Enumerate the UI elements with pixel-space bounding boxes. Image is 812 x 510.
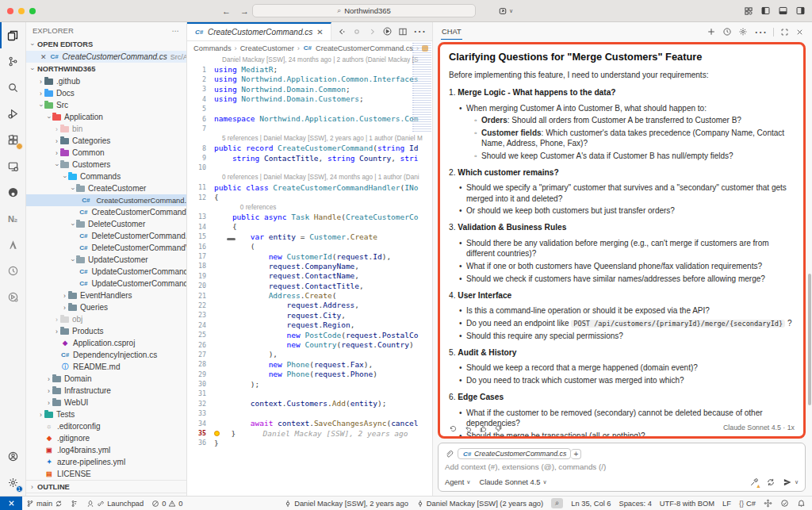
launchpad-status-item[interactable]: Launchpad xyxy=(82,500,147,508)
tree-file-item[interactable]: ☼.editorconfig xyxy=(26,420,186,432)
activity-search-icon[interactable] xyxy=(0,75,26,101)
sash-handle[interactable] xyxy=(227,238,236,240)
tree-folder-item[interactable]: ›CreateCustomer xyxy=(26,182,186,194)
codelens-annotation[interactable]: 5 references | Daniel Mackay [SSW], 2 ye… xyxy=(187,133,432,143)
tree-file-item[interactable]: ◆.gitignore xyxy=(26,432,186,444)
breadcrumbs[interactable]: Commands› CreateCustomer› C# CreateCusto… xyxy=(187,41,432,55)
codelens-annotation[interactable]: 0 references xyxy=(187,202,432,212)
tree-folder-item[interactable]: ›bin xyxy=(26,123,186,135)
tree-file-item[interactable]: C#DeleteCustomerCommandValid... xyxy=(26,242,186,254)
tree-file-item[interactable]: C#UpdateCustomerCommandVali... xyxy=(26,278,186,290)
breadcrumb-item[interactable]: CreateCustomer xyxy=(240,44,294,52)
toggle-panel-icon[interactable] xyxy=(778,6,788,16)
language-mode-item[interactable]: {}C# xyxy=(735,500,760,508)
chat-history-icon[interactable] xyxy=(722,27,732,36)
close-tab-icon[interactable]: ✕ xyxy=(316,28,323,36)
model-select[interactable]: Claude Sonnet 4.5∨ xyxy=(479,478,546,486)
nav-back-icon[interactable]: ← xyxy=(222,6,231,16)
tree-file-item[interactable]: ⓘREADME.md xyxy=(26,361,186,373)
activity-explorer-icon[interactable] xyxy=(0,22,26,48)
close-icon[interactable]: ✕ xyxy=(40,53,47,61)
tree-folder-item[interactable]: ›Tests xyxy=(26,408,186,420)
open-editors-section[interactable]: › OPEN EDITORS xyxy=(26,38,186,51)
activity-source-control-icon[interactable] xyxy=(0,48,26,75)
toggle-secondary-sidebar-icon[interactable] xyxy=(795,6,806,16)
activity-gitlens-icon[interactable] xyxy=(0,258,26,284)
notifications-icon[interactable] xyxy=(793,499,812,508)
encoding-item[interactable]: UTF-8 with BOM xyxy=(656,500,718,508)
tree-file-item[interactable]: ▣.log4brains.yml xyxy=(26,444,186,456)
chat-input-placeholder[interactable]: Add context (#), extensions (@), command… xyxy=(445,462,799,471)
tree-file-item[interactable]: C#DependencyInjection.cs xyxy=(26,349,186,361)
tree-folder-item[interactable]: ›.github xyxy=(26,75,186,87)
tree-folder-item[interactable]: ›WebUI xyxy=(26,397,186,408)
lightbulb-icon[interactable] xyxy=(214,431,220,436)
explorer-more-actions-icon[interactable]: ⋯ xyxy=(172,26,181,35)
tree-file-item[interactable]: ▤LICENSE xyxy=(26,468,186,480)
retry-icon[interactable] xyxy=(449,424,458,433)
tree-folder-item[interactable]: ›Commands xyxy=(26,171,186,182)
attach-context-icon[interactable] xyxy=(445,450,454,458)
gitlens-status-icon[interactable] xyxy=(67,500,82,508)
tree-file-item[interactable]: ◆Application.csproj xyxy=(26,337,186,349)
close-chat-icon[interactable] xyxy=(795,28,804,36)
blame-status-item[interactable]: Daniel Mackay [SSW], 2 years ago xyxy=(280,500,412,508)
undo-icon[interactable] xyxy=(464,424,473,433)
nav-forward-icon[interactable]: → xyxy=(240,6,249,16)
account-icon[interactable] xyxy=(0,443,26,470)
blame-annotation-item[interactable]: Daniel Mackay [SSW] (2 years ago) xyxy=(412,500,547,508)
outline-section[interactable]: › OUTLINE xyxy=(26,480,186,493)
tree-file-item[interactable]: C#CreateCustomerCommandValid... xyxy=(26,206,186,218)
agent-mode-select[interactable]: Agent∨ xyxy=(445,478,470,486)
tree-folder-item[interactable]: ›Customers xyxy=(26,159,186,171)
nav-forward-icon[interactable] xyxy=(352,27,362,36)
tree-file-item[interactable]: C#CreateCustomerCommand.cs xyxy=(26,194,186,206)
breadcrumb-item[interactable]: CreateCustomerCommand.cs xyxy=(316,44,413,52)
tools-icon[interactable]: ▲ xyxy=(749,477,759,487)
tree-folder-item[interactable]: ›Src xyxy=(26,99,186,111)
tree-folder-item[interactable]: ›UpdateCustomer xyxy=(26,254,186,266)
minimize-window-button[interactable] xyxy=(18,8,25,14)
context-chip[interactable]: C# CreateCustomerCommand.cs xyxy=(458,448,571,459)
chat-settings-icon[interactable] xyxy=(738,27,748,36)
tree-folder-item[interactable]: ›DeleteCustomer xyxy=(26,218,186,230)
command-center-search[interactable]: ⌕ Northwind365 xyxy=(252,4,476,17)
thumbs-up-icon[interactable] xyxy=(479,424,488,433)
activity-remote-explorer-icon[interactable] xyxy=(0,153,26,179)
codelens-annotation[interactable]: Daniel Mackay [SSW], 24 months ago | 2 a… xyxy=(187,55,432,64)
tree-folder-item[interactable]: ›Infrastructure xyxy=(26,385,186,397)
activity-run-debug-icon[interactable] xyxy=(0,101,26,127)
tree-folder-item[interactable]: ›obj xyxy=(26,313,186,325)
branch-status-item[interactable]: main xyxy=(22,500,67,508)
tree-folder-item[interactable]: ›Application xyxy=(26,111,186,123)
tree-folder-item[interactable]: ›Queries xyxy=(26,301,186,313)
window-controls[interactable] xyxy=(7,8,36,14)
open-editor-item[interactable]: ✕ C# CreateCustomerCommand.cs Src/Ap... xyxy=(26,51,186,63)
nav-back-icon[interactable] xyxy=(337,27,347,36)
nav-forward-alt-icon[interactable] xyxy=(367,27,377,36)
indentation-item[interactable]: Spaces: 4 xyxy=(615,500,655,508)
tree-folder-item[interactable]: ›Docs xyxy=(26,87,186,99)
customize-layout-icon[interactable] xyxy=(744,6,753,16)
tree-folder-item[interactable]: ›Domain xyxy=(26,373,186,385)
breadcrumb-item[interactable]: Commands xyxy=(193,44,232,52)
send-button[interactable]: ∨ xyxy=(783,477,799,487)
tree-folder-item[interactable]: ›Categories xyxy=(26,135,186,147)
remote-indicator[interactable] xyxy=(0,497,22,510)
add-context-icon[interactable]: + xyxy=(571,449,581,459)
split-editor-icon[interactable] xyxy=(398,27,408,36)
zoom-window-button[interactable] xyxy=(29,8,36,14)
voice-input-icon[interactable] xyxy=(766,477,776,487)
more-actions-icon[interactable]: ⋯ xyxy=(413,24,426,39)
root-folder-section[interactable]: › NORTHWIND365 xyxy=(26,63,186,75)
settings-gear-icon[interactable]: 1 xyxy=(0,470,26,496)
activity-notebook-icon[interactable]: N≥ xyxy=(0,205,26,232)
minimap[interactable] xyxy=(412,43,431,132)
codelens-annotation[interactable]: 0 references | Daniel Mackay [SSW], 24 m… xyxy=(187,173,432,182)
tab-chat[interactable]: CHAT xyxy=(441,25,462,40)
code-editor[interactable]: Daniel Mackay [SSW], 24 months ago | 2 a… xyxy=(187,55,432,448)
eol-item[interactable]: LF xyxy=(718,500,735,508)
tree-folder-item[interactable]: ›Products xyxy=(26,325,186,337)
thumbs-down-icon[interactable] xyxy=(494,424,503,433)
activity-github-icon[interactable] xyxy=(0,179,26,205)
